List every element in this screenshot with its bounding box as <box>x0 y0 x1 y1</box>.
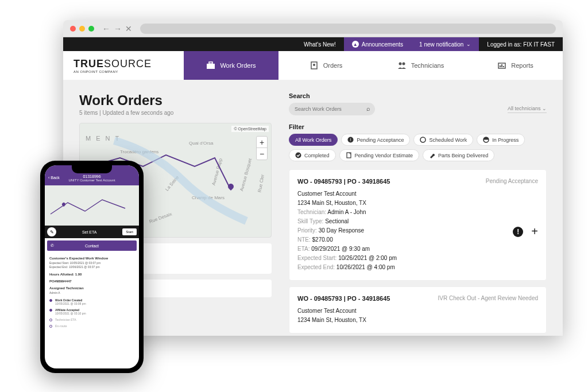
timeline-dot-icon <box>49 309 52 312</box>
timeline-item: Affiliate Accepted10/05/2021 @ 03:10 pm <box>49 308 134 315</box>
timeline-item: Work Order Created10/05/2021 @ 03:08 pm <box>49 298 134 305</box>
wo-end: Expected End: 10/26/2021 @ 4:00 pm <box>297 263 538 272</box>
nav-label: Work Orders <box>220 62 256 69</box>
chip-label: Pending Acceptance <box>357 137 404 143</box>
document-icon <box>346 152 352 158</box>
timeline: Work Order Created10/05/2021 @ 03:08 pm … <box>49 298 134 328</box>
expand-icon[interactable]: + <box>531 225 538 238</box>
wrench-icon <box>429 152 435 158</box>
svg-rect-1 <box>209 62 212 64</box>
contact-label: Contact <box>85 244 99 248</box>
work-order-card[interactable]: WO - 09485793 | PO - 34918645 Pending Ac… <box>289 169 547 281</box>
eta-bar: ✎ Set ETA Start <box>45 226 139 238</box>
phone-screen: ‹ Back 01318996 UNITY Customer Test Acco… <box>45 165 139 368</box>
filter-all[interactable]: All Work Orders <box>289 134 338 146</box>
filter-completed[interactable]: Completed <box>289 149 336 161</box>
tech-section: Assigned Technician Admin A <box>49 286 134 295</box>
section-title: PO#98994447 <box>49 280 134 283</box>
wo-actions: ! + <box>513 225 538 238</box>
megaphone-icon: ▲ <box>352 41 359 48</box>
filter-pending[interactable]: !Pending Acceptance <box>341 134 410 146</box>
briefcase-icon <box>206 61 215 69</box>
browser-toolbar: ← → ✕ <box>63 20 563 37</box>
people-icon <box>397 61 407 69</box>
timeline-dot-icon <box>49 319 52 321</box>
nav-label: Reports <box>511 62 533 69</box>
top-bar: What's New! ▲ Announcements 1 new notifi… <box>63 37 563 51</box>
chevron-down-icon: ⌄ <box>542 106 547 111</box>
wo-address: 1234 Main St, Houston, TX <box>297 199 538 208</box>
whats-new-link[interactable]: What's New! <box>296 37 344 51</box>
wo-address: 1234 Main St, Houston, TX <box>297 316 538 325</box>
chip-label: In Progress <box>492 137 519 143</box>
wo-customer: Customer Test Account <box>297 189 538 199</box>
wo-status: Pending Acceptance <box>486 178 538 185</box>
wo-title: WO - 09485793 | PO - 34918645 <box>297 295 390 302</box>
search-row: ⌕ All technicians ⌄ <box>289 103 547 115</box>
reports-icon <box>497 61 506 69</box>
phone-notch <box>72 165 112 173</box>
chevron-down-icon: ⌄ <box>466 41 471 47</box>
wo-customer: Customer Test Account <box>297 306 538 316</box>
technician-select[interactable]: All technicians ⌄ <box>508 106 547 113</box>
window-minimize-icon[interactable] <box>79 26 85 32</box>
svg-text:!: ! <box>350 137 351 142</box>
timeline-time: 10/05/2021 @ 03:10 pm <box>55 312 86 315</box>
clipboard-icon <box>310 61 319 69</box>
stop-icon[interactable]: ✕ <box>125 24 132 33</box>
announcements-link[interactable]: ▲ Announcements <box>344 37 411 51</box>
edit-icon[interactable]: ✎ <box>47 227 56 236</box>
timeline-title: En-route <box>55 324 67 328</box>
filter-parts[interactable]: Parts Being Delivered <box>423 149 494 161</box>
nav-label: Technicians <box>411 62 444 69</box>
wo-nte: NTE: $270.00 <box>297 235 538 244</box>
timeline-item: Technician ETA <box>49 318 134 321</box>
phone-body: Customer's Expected Work Window Expected… <box>45 253 139 334</box>
nav-reports[interactable]: Reports <box>468 51 563 80</box>
search-label: Search <box>289 92 547 99</box>
section-title: Customer's Expected Work Window <box>49 257 134 260</box>
window-close-icon[interactable] <box>70 26 76 32</box>
half-circle-icon <box>483 137 489 143</box>
filter-scheduled[interactable]: Scheduled Work <box>413 134 473 146</box>
forward-icon[interactable]: → <box>114 24 122 33</box>
filter-inprogress[interactable]: In Progress <box>477 134 525 146</box>
svg-rect-9 <box>503 66 504 67</box>
contact-button[interactable]: ✆ Contact <box>47 240 137 251</box>
logo[interactable]: TRUESOURCE AN ONPOINT COMPANY <box>63 51 184 80</box>
browser-nav-arrows: ← → ✕ <box>102 24 132 33</box>
set-eta-button[interactable]: Set ETA <box>58 230 121 234</box>
page-subtitle: 5 items | Updated a few seconds ago <box>79 110 272 116</box>
filter-label: Filter <box>289 123 547 130</box>
notification-dropdown[interactable]: 1 new notification ⌄ <box>411 37 479 51</box>
logged-in-label: Logged in as: FIX IT FAST <box>479 37 563 51</box>
work-order-id: 01318996 <box>49 174 134 178</box>
start-button[interactable]: Start <box>122 228 137 235</box>
timeline-item: En-route <box>49 324 134 328</box>
timeline-title: Technician ETA <box>55 318 76 321</box>
logo-bold: TRUE <box>74 58 104 69</box>
search-wrap: ⌕ <box>289 103 375 115</box>
wo-start: Expected Start: 10/26/2021 @ 2:00 pm <box>297 254 538 263</box>
nav-technicians[interactable]: Technicians <box>373 51 468 80</box>
window-maximize-icon[interactable] <box>88 26 94 32</box>
wo-technician: Technician: Admin A - John <box>297 208 538 217</box>
work-order-card[interactable]: WO - 09485793 | PO - 34918645 IVR Check … <box>289 286 547 333</box>
search-icon[interactable]: ⌕ <box>366 105 370 112</box>
back-icon[interactable]: ← <box>102 24 110 33</box>
alert-icon[interactable]: ! <box>513 227 523 237</box>
svg-point-14 <box>296 153 301 158</box>
circle-icon <box>420 137 426 143</box>
logo-subtitle: AN ONPOINT COMPANY <box>74 70 184 73</box>
url-bar[interactable] <box>140 24 556 34</box>
nav-orders[interactable]: Orders <box>278 51 373 80</box>
phone-map[interactable] <box>45 185 139 226</box>
search-input[interactable] <box>289 103 375 115</box>
account-name: UNITY Customer Test Account <box>49 178 134 182</box>
svg-point-12 <box>420 137 425 142</box>
phone-icon: ✆ <box>51 243 54 248</box>
section-line: Expected End: 10/06/2021 @ 03:07 pm <box>49 265 134 269</box>
nav-work-orders[interactable]: Work Orders <box>184 51 278 80</box>
filter-vendor[interactable]: Pending Vendor Estimate <box>339 149 420 161</box>
section-line: Expected Start: 10/05/2021 @ 03:07 pm <box>49 261 134 265</box>
